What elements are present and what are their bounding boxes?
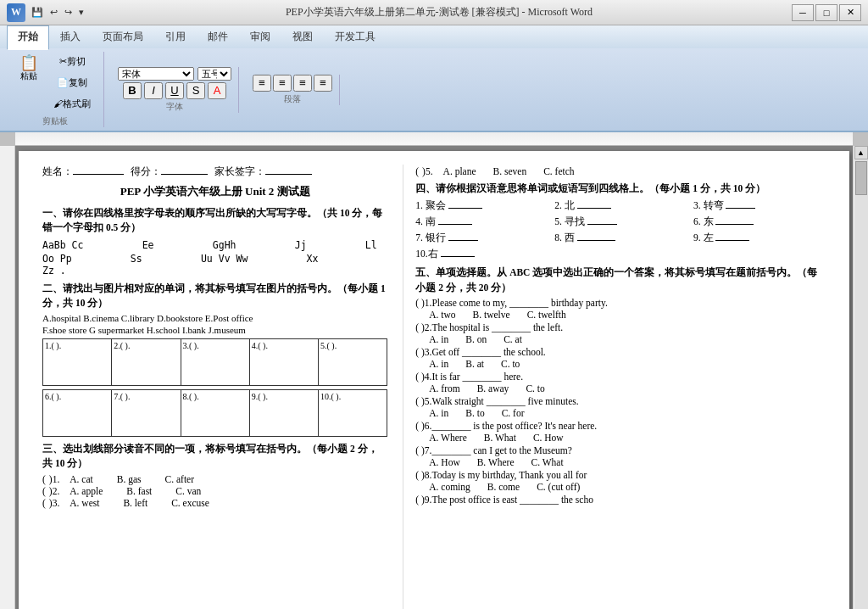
right-column: ( )5. A. plane B. seven C. fetch 四、请你根据汉…: [410, 165, 826, 609]
save-quick-btn[interactable]: 💾: [29, 6, 46, 19]
underline-button[interactable]: U: [165, 82, 184, 99]
s5-q4: ( )4.It is far ________ here.: [415, 372, 826, 382]
section3-item2: ( )2. A. apple B. fast C. van: [42, 486, 387, 496]
minimize-button[interactable]: ─: [792, 4, 814, 21]
q3-optA1: A. cat: [70, 474, 92, 484]
vertical-ruler: [0, 146, 15, 609]
q3-optC1: C. after: [165, 474, 194, 484]
scroll-track: [854, 159, 868, 609]
cut-button[interactable]: ✂剪切: [47, 52, 97, 71]
q3-optA2: A. apple: [70, 486, 103, 496]
s5-q2-opts: A. in B. on C. at: [429, 334, 826, 344]
tab-mail[interactable]: 邮件: [197, 25, 239, 48]
q3-num2: )2.: [49, 486, 59, 496]
tab-review[interactable]: 审阅: [239, 25, 281, 48]
pic-cell-5: 5.( ).: [319, 339, 387, 386]
format-painter-button[interactable]: 🖌格式刷: [47, 94, 97, 114]
s4-item9: 9. 左: [693, 232, 826, 244]
section3-item5-right: ( )5. A. plane B. seven C. fetch: [415, 166, 826, 176]
section4-grid: 1. 聚会 2. 北 3. 转弯 4. 南 5. 寻找 6. 东 7. 银行 8…: [415, 199, 826, 260]
clipboard-group: 📋粘贴 ✂剪切 📄复制 🖌格式刷 剪贴板: [7, 52, 104, 127]
s5-q7-opts: A. How B. Where C. What: [429, 457, 826, 467]
tab-dev[interactable]: 开发工具: [324, 25, 387, 48]
s4-item5: 5. 寻找: [554, 215, 687, 228]
s5-q1-opts: A. two B. twelve C. twelfth: [429, 310, 826, 320]
font-color-button[interactable]: A: [208, 82, 226, 99]
q3-num3: )3.: [49, 498, 59, 508]
office-logo: W: [7, 3, 25, 22]
vertical-scrollbar[interactable]: ▲ ▼: [853, 146, 868, 609]
scroll-thumb[interactable]: [855, 161, 867, 195]
font-size-select[interactable]: 五号: [198, 67, 231, 81]
tab-view[interactable]: 视图: [281, 25, 324, 48]
q3-num1: )1.: [49, 474, 59, 484]
s5-q3: ( )3.Get off ________ the school.: [415, 347, 826, 357]
section2-header: 二、请找出与图片相对应的单词，将其标号填写在图片的括号内。（每小题 1 分，共 …: [42, 282, 387, 311]
q3-optC2: C. van: [175, 486, 201, 496]
document-title: PEP 小学英语六年级上册 Unit 2 测试题: [42, 184, 387, 199]
s5-q2: ( )2.The hospital is ________ the left.: [415, 322, 826, 332]
tab-references[interactable]: 引用: [154, 25, 197, 48]
q3-paren1: (: [42, 474, 46, 484]
s4-item6: 6. 东: [693, 215, 826, 228]
close-button[interactable]: ✕: [839, 4, 861, 21]
copy-button[interactable]: 📄复制: [47, 73, 97, 92]
window-controls: ─ □ ✕: [792, 4, 861, 21]
quick-access-more[interactable]: ▾: [76, 6, 86, 19]
undo-quick-btn[interactable]: ↩: [47, 6, 60, 19]
font-group: 宋体 五号 B I U S A 字体: [111, 67, 239, 113]
q3r-optA: A. plane: [443, 166, 476, 176]
font-label: 字体: [166, 101, 183, 113]
page-divider: [403, 165, 403, 609]
section3: 三、选出划线部分读音不同的一项，将标号填写在括号内。（每小题 2 分，共 10 …: [42, 442, 387, 508]
italic-button[interactable]: I: [144, 82, 163, 99]
scroll-up-button[interactable]: ▲: [854, 146, 868, 159]
s4-item7: 7. 银行: [415, 232, 548, 244]
ribbon: 开始 插入 页面布局 引用 邮件 审阅 视图 开发工具 📋粘贴 ✂剪切 📄复制 …: [0, 25, 868, 132]
score-label: 得分：: [131, 165, 208, 179]
q3r-num: )5.: [422, 166, 432, 176]
s4-item4: 4. 南: [415, 215, 548, 228]
section4-header: 四、请你根据汉语意思将单词或短语写到四线格上。（每小题 1 分，共 10 分）: [415, 182, 826, 196]
tab-insert[interactable]: 插入: [49, 25, 92, 48]
bold-button[interactable]: B: [123, 82, 142, 99]
section3-header: 三、选出划线部分读音不同的一项，将标号填写在括号内。（每小题 2 分，共 10 …: [42, 442, 387, 472]
q3-paren3: (: [42, 498, 46, 508]
document-scroll[interactable]: 姓名： 得分： 家长签字： PEP 小学英语六年级上册 Unit 2 测试题 一…: [15, 146, 853, 609]
header-info: 姓名： 得分： 家长签字：: [42, 165, 387, 179]
font-family-select[interactable]: 宋体: [118, 67, 194, 81]
align-right-button[interactable]: ≡: [293, 75, 312, 92]
section3-item3: ( )3. A. west B. left C. excuse: [42, 498, 387, 508]
q3-optB1: B. gas: [117, 474, 142, 484]
s5-q5-opts: A. in B. to C. for: [429, 408, 826, 418]
q3-optC3: C. excuse: [171, 498, 209, 508]
alphabet-row2: Oo Pp Ss Uu Vv Ww Xx Zz .: [42, 253, 387, 277]
tab-home[interactable]: 开始: [7, 25, 49, 50]
maximize-button[interactable]: □: [815, 4, 837, 21]
word-list1: A.hospital B.cinema C.library D.bookstor…: [42, 313, 387, 323]
s5-q3-opts: A. in B. at C. to: [429, 359, 826, 369]
s4-item8: 8. 西: [554, 232, 687, 244]
pic-cell-8: 8.( ).: [181, 390, 249, 437]
ribbon-tabs: 开始 插入 页面布局 引用 邮件 审阅 视图 开发工具: [0, 25, 868, 48]
q3-optB3: B. left: [123, 498, 147, 508]
strikethrough-button[interactable]: S: [186, 82, 205, 99]
clipboard-label: 剪贴板: [42, 115, 68, 127]
s5-q1: ( )1.Please come to my, ________ birthda…: [415, 298, 826, 308]
pic-cell-3: 3.( ).: [181, 339, 249, 386]
alphabet-row1: AaBb Cc Ee GgHh Jj Ll: [42, 239, 387, 251]
justify-button[interactable]: ≡: [314, 75, 332, 92]
align-left-button[interactable]: ≡: [253, 75, 271, 92]
name-label: 姓名：: [42, 165, 124, 179]
picture-table-2: 6.( ). 7.( ). 8.( ). 9.( ). 10.( ).: [42, 389, 387, 437]
pic-cell-10: 10.( ).: [319, 390, 387, 437]
redo-quick-btn[interactable]: ↪: [62, 6, 75, 19]
s5-q6-opts: A. Where B. What C. How: [429, 433, 826, 443]
s5-q6: ( )6.________ is the post office? It's n…: [415, 421, 826, 431]
paste-button[interactable]: 📋粘贴: [14, 52, 44, 114]
q3-optB2: B. fast: [126, 486, 152, 496]
align-center-button[interactable]: ≡: [273, 75, 292, 92]
s5-q4-opts: A. from B. away C. to: [429, 383, 826, 394]
tab-layout[interactable]: 页面布局: [92, 25, 154, 48]
section4: 四、请你根据汉语意思将单词或短语写到四线格上。（每小题 1 分，共 10 分） …: [415, 182, 826, 260]
